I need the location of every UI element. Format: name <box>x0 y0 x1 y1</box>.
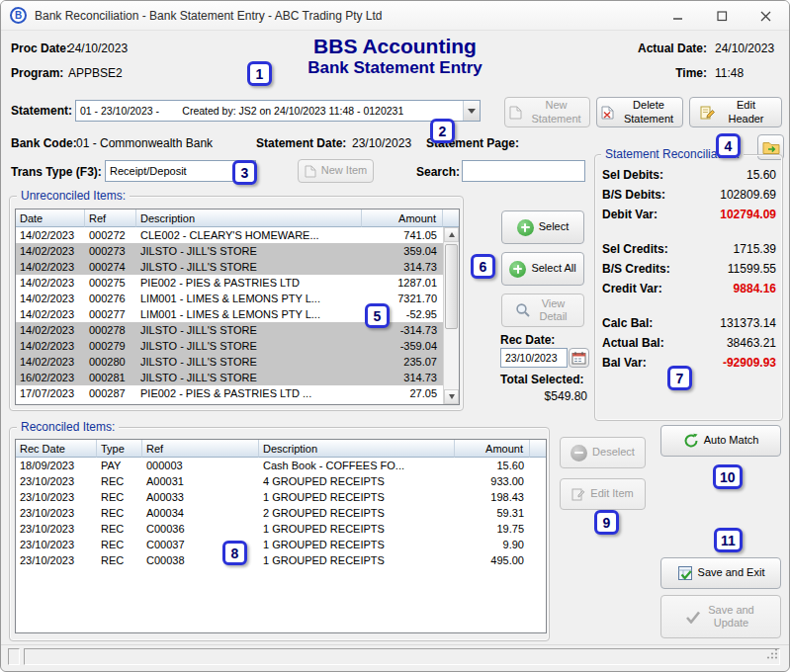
cell-description: PIE002 - PIES & PASTRIES LTD <box>136 275 362 291</box>
select-button[interactable]: Select <box>501 210 584 244</box>
app-window: B Bank Reconciliation - Bank Statement E… <box>0 0 790 672</box>
cell-description: 4 GROUPED RECEIPTS <box>259 473 455 489</box>
cell-rec-date: 23/10/2023 <box>16 489 97 505</box>
cell-rec-date: 18/09/2023 <box>16 458 97 473</box>
cell-spacer <box>530 489 546 505</box>
stat-value: 11599.55 <box>728 262 776 276</box>
save-and-exit-label: Save and Exit <box>698 566 765 579</box>
actual-date-value: 24/10/2023 <box>715 42 774 55</box>
table-row[interactable]: 16/02/2023000281JILSTO - JILL'S STORE314… <box>16 370 459 385</box>
close-button[interactable] <box>744 1 787 31</box>
bank-code-label: Bank Code: <box>11 136 77 150</box>
col-rec-date[interactable]: Rec Date <box>16 440 97 458</box>
delete-statement-button[interactable]: Delete Statement <box>596 97 683 127</box>
col-amount[interactable]: Amount <box>362 210 443 227</box>
cell-ref: A00033 <box>142 489 259 505</box>
maximize-icon <box>717 11 728 22</box>
statement-date-value: 23/10/2023 <box>352 136 411 150</box>
cell-description: CLE002 - CLEARY'S HOMEWARE... <box>136 227 362 243</box>
cell-ref: 000272 <box>85 227 136 243</box>
new-item-button[interactable]: New Item <box>298 159 374 183</box>
total-selected-value: $549.80 <box>500 389 587 403</box>
cell-description: 1 GROUPED RECEIPTS <box>259 521 455 537</box>
minus-circle-icon <box>571 445 587 462</box>
new-statement-button[interactable]: New Statement <box>504 97 590 127</box>
table-row[interactable]: 23/10/2023RECA000331 GROUPED RECEIPTS198… <box>16 489 546 505</box>
auto-match-icon <box>683 433 699 449</box>
stat-value: 131373.14 <box>720 316 776 330</box>
stat-label: B/S Debits: <box>602 188 665 202</box>
table-row[interactable]: 23/10/2023RECC000381 GROUPED RECEIPTS495… <box>16 552 546 568</box>
rec-date-label: Rec Date: <box>500 333 555 347</box>
minimize-button[interactable] <box>657 1 700 31</box>
scroll-down-icon[interactable] <box>444 389 459 404</box>
table-row[interactable]: 17/07/2023000287PIE002 - PIES & PASTRIES… <box>16 385 459 401</box>
save-update-icon <box>685 611 701 624</box>
callout-4: 4 <box>716 133 741 158</box>
search-input[interactable] <box>462 160 585 182</box>
table-row[interactable]: 14/02/2023000279JILSTO - JILL'S STORE-35… <box>16 338 459 354</box>
table-row[interactable]: 14/02/2023000276LIM001 - LIMES & LEMONS … <box>16 291 459 306</box>
table-row[interactable]: 23/10/2023RECA000314 GROUPED RECEIPTS933… <box>16 473 546 489</box>
cell-ref: 000278 <box>85 322 136 338</box>
cell-date: 16/02/2023 <box>16 370 85 385</box>
scrollbar-thumb[interactable] <box>445 244 458 329</box>
cell-type: REC <box>97 489 142 505</box>
rec-date-input[interactable] <box>500 348 568 368</box>
stat-debit-var: Debit Var:102794.09 <box>600 208 778 227</box>
col-date[interactable]: Date <box>16 210 85 227</box>
col-ref[interactable]: Ref <box>85 210 136 227</box>
table-row[interactable]: 18/09/2023PAY000003Cash Book - COFFEES F… <box>16 458 546 473</box>
callout-1: 1 <box>247 61 272 86</box>
statement-select-value: 01 - 23/10/2023 - Created by: JS2 on 24/… <box>76 105 403 117</box>
stat-value: 102794.09 <box>720 208 776 221</box>
scroll-up-icon[interactable] <box>444 227 459 242</box>
table-row[interactable]: 14/02/2023000275PIE002 - PIES & PASTRIES… <box>16 275 459 291</box>
cell-ref: A00034 <box>142 505 259 521</box>
table-row[interactable]: 14/02/2023000280JILSTO - JILL'S STORE235… <box>16 354 459 370</box>
table-row[interactable]: 23/10/2023RECA000342 GROUPED RECEIPTS59.… <box>16 505 546 521</box>
edit-item-icon <box>571 487 585 501</box>
stat-sel-credits: Sel Credits:1715.39 <box>600 242 778 262</box>
col-description[interactable]: Description <box>136 210 362 227</box>
callout-5: 5 <box>365 303 390 328</box>
chevron-down-icon[interactable] <box>463 101 480 121</box>
cell-description: 2 GROUPED RECEIPTS <box>259 505 455 521</box>
table-row[interactable]: 23/10/2023RECC000371 GROUPED RECEIPTS9.9… <box>16 537 546 552</box>
trans-type-value: Receipt/Deposit <box>106 165 187 177</box>
select-all-button[interactable]: Select All <box>501 252 584 286</box>
window-controls <box>657 1 787 31</box>
table-row[interactable]: 14/02/2023000274JILSTO - JILL'S STORE314… <box>16 259 459 275</box>
edit-header-button[interactable]: Edit Header <box>689 97 782 127</box>
callout-7: 7 <box>667 366 692 390</box>
app-icon: B <box>9 6 28 25</box>
save-and-exit-button[interactable]: Save and Exit <box>660 557 781 589</box>
table-row[interactable]: 14/02/2023000278JILSTO - JILL'S STORE-31… <box>16 322 459 338</box>
col-type[interactable]: Type <box>97 440 142 458</box>
col-description[interactable]: Description <box>259 440 455 458</box>
resize-grip-icon[interactable] <box>766 645 778 663</box>
unreconciled-scrollbar[interactable] <box>443 227 459 404</box>
stat-b-s-credits: B/S Credits:11599.55 <box>600 262 778 282</box>
maximize-button[interactable] <box>700 1 744 31</box>
edit-item-button[interactable]: Edit Item <box>560 478 646 510</box>
deselect-button[interactable]: Deselect <box>560 437 646 468</box>
save-and-update-button[interactable]: Save and Update <box>660 595 781 638</box>
cell-date: 14/02/2023 <box>16 227 85 243</box>
table-row[interactable]: 14/02/2023000272CLE002 - CLEARY'S HOMEWA… <box>16 227 459 243</box>
table-row[interactable]: 23/10/2023RECC000361 GROUPED RECEIPTS19.… <box>16 521 546 537</box>
cell-amount: 933.00 <box>455 473 530 489</box>
auto-match-button[interactable]: Auto Match <box>660 425 781 457</box>
table-row[interactable]: 14/02/2023000273JILSTO - JILL'S STORE359… <box>16 243 459 259</box>
cell-date: 14/02/2023 <box>16 291 85 306</box>
cell-spacer <box>530 552 546 568</box>
calendar-button[interactable] <box>569 348 589 368</box>
col-amount[interactable]: Amount <box>455 440 530 458</box>
view-detail-button[interactable]: View Detail <box>501 294 584 327</box>
cell-description: Cash Book - COFFEES FO... <box>259 458 455 473</box>
col-spacer <box>443 210 459 227</box>
table-row[interactable]: 14/02/2023000277LIM001 - LIMES & LEMONS … <box>16 306 459 322</box>
status-bar <box>1 644 789 671</box>
statement-select[interactable]: 01 - 23/10/2023 - Created by: JS2 on 24/… <box>75 100 481 122</box>
col-ref[interactable]: Ref <box>142 440 259 458</box>
